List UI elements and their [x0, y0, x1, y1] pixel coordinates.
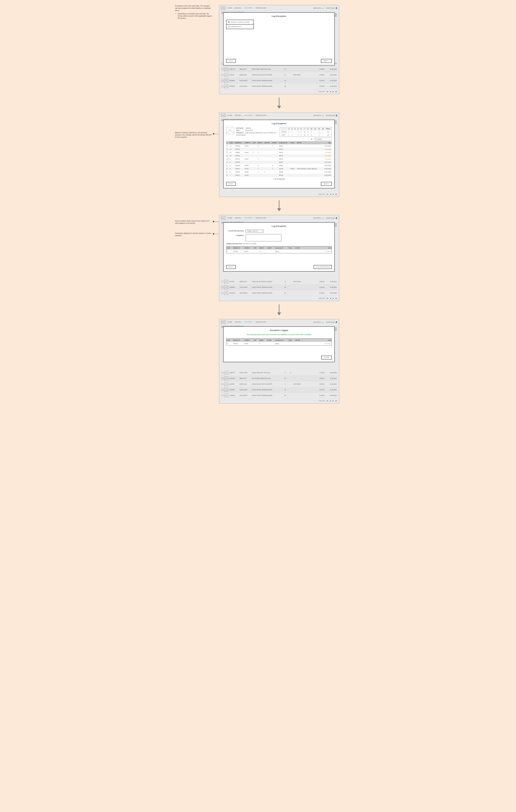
nav-factory[interactable]: FACTORY▾	[245, 115, 253, 116]
table-row[interactable]: 8178710SASHY654127-25-2016	[226, 157, 332, 161]
col-app[interactable]: APP	[252, 141, 257, 144]
pager-prev[interactable]: ◀	[330, 400, 331, 402]
table-row[interactable]: 1336816DGAV-9878GIRLS WHITE SEERSUCKER…3…	[221, 84, 337, 89]
table-row[interactable]: 8178814SASHYY14785RUSHHand directly to A…	[226, 167, 332, 170]
item-checkbox[interactable]	[227, 151, 227, 153]
table-row[interactable]: 1336801DGAV-9878GIRLS WHITE SEERSUCKER…3…	[221, 285, 337, 290]
table-row[interactable]: 7178917SASH651348-09-2016	[226, 174, 332, 177]
col-select-all[interactable]	[226, 141, 229, 144]
item-checkbox[interactable]	[227, 174, 227, 176]
item-checkbox[interactable]	[227, 155, 227, 157]
row-checkbox[interactable]	[222, 372, 223, 374]
nav-reports[interactable]: REPORTS	[314, 115, 324, 116]
item-checkbox[interactable]	[227, 168, 227, 170]
nav-home[interactable]: HOME	[227, 115, 232, 116]
table-row[interactable]: 1336717DGAV-7765GIRLS RED DOT AVA SAS…73…	[221, 370, 337, 376]
opt-manual[interactable]: MANUALLY SELECT ITEMS	[226, 20, 253, 24]
nav-user[interactable]: username	[326, 7, 337, 9]
filter-icon[interactable]: ▼	[311, 138, 313, 140]
row-checkbox[interactable]	[222, 383, 223, 385]
nav-reports[interactable]: REPORTS	[314, 217, 324, 219]
back-button[interactable]: BACK	[226, 182, 236, 186]
nav-user[interactable]: username	[326, 321, 337, 323]
opt-entire-batch[interactable]: ENTIRE BATCH	[226, 24, 253, 29]
pager-first[interactable]: |◀	[327, 400, 328, 402]
back-button[interactable]: BACK	[226, 59, 236, 63]
table-row[interactable]: 1336816DGAV-9878GIRLS WHITE SEERSUCKER…3…	[221, 393, 337, 398]
nav-home[interactable]: HOME	[227, 7, 232, 9]
col-due[interactable]: DUE	[322, 141, 332, 144]
col-sship[interactable]: S.SHIP	[271, 141, 278, 144]
pager-prev[interactable]: ◀	[330, 91, 331, 92]
nav-design[interactable]: DESIGN▾	[235, 115, 242, 116]
table-row[interactable]: 8178459SASHYY555588-09-2016	[226, 170, 332, 174]
col-sister[interactable]: SISTER	[264, 141, 271, 144]
row-checkbox[interactable]	[222, 378, 223, 379]
row-checkbox[interactable]	[222, 292, 223, 294]
pager-next[interactable]: ▶	[333, 297, 334, 299]
table-row[interactable]: 133730BGSH-100GIRLS BLUE RUFFLE SHORT5BT…	[221, 279, 337, 285]
item-checkbox[interactable]	[227, 161, 227, 163]
table-row[interactable]: 8178459658918-09-2016	[226, 161, 332, 164]
table-row[interactable]: 133730BGSH-100GIRLS BLUE RUFFLE SHORT5BT…	[221, 381, 337, 387]
col-tags[interactable]: TAGS	[290, 141, 296, 144]
col-notes[interactable]: NOTES	[296, 141, 322, 144]
pager-first[interactable]: |◀	[327, 91, 328, 92]
table-row[interactable]: 1336801DGAV-9878GIRLS WHITE SEERSUCKER…3…	[221, 78, 337, 84]
comment-textarea[interactable]	[246, 234, 281, 241]
row-checkbox[interactable]	[222, 281, 223, 283]
log-exception-button[interactable]: LOG EXCEPTION	[314, 265, 332, 269]
nav-warehouse[interactable]: WAREHOUSE▾	[255, 217, 267, 219]
item-checkbox[interactable]	[227, 145, 227, 147]
back-button[interactable]: BACK	[226, 265, 236, 269]
nav-design[interactable]: DESIGN▾	[235, 321, 242, 323]
pager-next[interactable]: ▶	[333, 400, 334, 402]
search-input[interactable]: search	[314, 138, 332, 141]
item-checkbox[interactable]	[227, 148, 227, 150]
table-row[interactable]: 10178612457587-25-2016	[226, 148, 332, 151]
nav-warehouse[interactable]: WAREHOUSE▾	[255, 7, 267, 9]
nav-design[interactable]: DESIGN▾	[235, 217, 242, 219]
row-checkbox[interactable]	[222, 85, 223, 87]
table-row[interactable]: 1336719BBLA-870BOYS RED GINGHAM LON…344:…	[221, 66, 337, 72]
col-cust[interactable]: Customer ID	[278, 141, 290, 144]
item-checkbox[interactable]	[227, 171, 227, 173]
pager-prev[interactable]: ◀	[330, 297, 331, 299]
nav-user[interactable]: username	[326, 217, 337, 219]
table-row[interactable]: 1336816DGAV-9878GIRLS WHITE SEERSUCKER…3…	[221, 290, 337, 296]
nav-warehouse[interactable]: WAREHOUSE▾	[255, 115, 267, 116]
pager-last[interactable]: ▶|	[335, 297, 337, 299]
item-checkbox[interactable]	[227, 165, 227, 167]
pager-last[interactable]: ▶|	[335, 194, 337, 195]
col-order[interactable]: ORDER ID	[234, 141, 244, 144]
table-row[interactable]: 10178700987457-25-2016	[226, 154, 332, 157]
nav-warehouse[interactable]: WAREHOUSE▾	[255, 321, 267, 323]
pager-next[interactable]: ▶	[333, 194, 334, 195]
pager-last[interactable]: ▶|	[335, 91, 337, 92]
nav-reports[interactable]: REPORTS	[314, 7, 324, 9]
table-row[interactable]: 1336719BBLA-870BOYS RED GINGHAM LON…344:…	[221, 376, 337, 381]
table-row[interactable]: 133730BGSH-100GIRLS BLUE RUFFLE SHORT5BT…	[221, 72, 337, 78]
nav-reports[interactable]: REPORTS	[314, 321, 324, 323]
nav-design[interactable]: DESIGN▾	[235, 7, 242, 9]
row-checkbox[interactable]	[222, 395, 223, 397]
pager-last[interactable]: ▶|	[335, 400, 337, 402]
row-checkbox[interactable]	[222, 389, 223, 391]
pager-next[interactable]: ▶	[333, 91, 334, 92]
table-row[interactable]: 14178459SASHYY555588-09-2016	[226, 144, 332, 148]
row-checkbox[interactable]	[222, 74, 223, 76]
table-row[interactable]: 8178459SASHYY369858-09-2016	[226, 164, 332, 167]
pager-prev[interactable]: ◀	[330, 194, 331, 195]
close-button[interactable]: CLOSE	[321, 356, 332, 359]
row-checkbox[interactable]	[222, 287, 223, 288]
col-comp[interactable]: COMP B	[244, 141, 252, 144]
table-row[interactable]: 10178650SASHYY158747-25-2016	[226, 151, 332, 154]
next-button[interactable]: NEXT >	[321, 182, 332, 186]
pager-first[interactable]: |◀	[327, 297, 328, 299]
exception-reason-select[interactable]: FABRIC DEFECT ▾	[246, 230, 264, 233]
nav-home[interactable]: HOME	[227, 217, 232, 219]
item-checkbox[interactable]	[227, 158, 228, 160]
row-checkbox[interactable]	[222, 80, 223, 82]
row-checkbox[interactable]	[222, 68, 223, 70]
nav-factory[interactable]: FACTORY▾	[245, 7, 253, 9]
